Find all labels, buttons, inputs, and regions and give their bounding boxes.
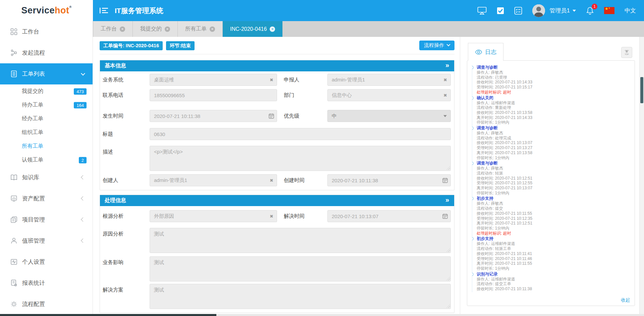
close-tab-icon[interactable]: ✕: [120, 26, 125, 32]
solution-textarea[interactable]: 测试: [150, 284, 451, 309]
form-row: 原因分析 测试: [103, 228, 451, 253]
log-line: 受理时间: 2020-07-21 10:13:27: [477, 145, 632, 150]
form-row: 创建人 ✖ 创建时间: [103, 174, 451, 186]
log-entry-title: 初步支持: [477, 196, 632, 201]
tab-log[interactable]: 日志: [468, 43, 503, 61]
sidebar-item-start-process[interactable]: 发起流程: [0, 42, 93, 63]
log-entry: 调查与诊断 操作人: 薛敏杰流程动作: 已受理接收时间: 2020-07-21 …: [472, 65, 632, 96]
sidebar-item-personal-settings[interactable]: 个人设置: [0, 251, 93, 272]
tab-workbench[interactable]: 工作台 ✕: [93, 21, 133, 37]
sidebar-subitem-organization[interactable]: 组织工单: [0, 126, 93, 139]
count-badge: 473: [74, 88, 87, 94]
collapse-section-icon[interactable]: »: [445, 196, 449, 204]
sidebar-item-process-config[interactable]: 流程配置: [0, 294, 93, 315]
cause-analysis-textarea[interactable]: 测试: [150, 228, 451, 253]
sidebar-toggle-icon[interactable]: [100, 7, 108, 14]
clear-icon[interactable]: ✖: [270, 78, 273, 82]
back-to-top-button[interactable]: TOP: [621, 47, 632, 58]
sidebar-subitem-todo[interactable]: 待办工单 164: [0, 98, 93, 112]
business-impact-textarea[interactable]: 测试: [150, 256, 451, 281]
sidebar-item-project-mgmt[interactable]: 项目管理: [0, 209, 93, 230]
chevron-expanded-icon: [81, 71, 85, 75]
grid-icon: [10, 28, 17, 35]
log-tab-label: 日志: [485, 48, 496, 56]
occur-time-input[interactable]: [150, 110, 277, 122]
log-entry: 调查与诊断 操作人: 薛敏杰流程动作: 转派接收时间: 2020-07-21 1…: [472, 161, 632, 196]
count-badge: 2: [79, 157, 87, 163]
log-line: 操作人: 运维邮件渠道: [477, 277, 632, 282]
timeline-dot-icon: [472, 197, 474, 200]
divider: [100, 54, 454, 54]
sidebar-item-report-stats[interactable]: 报表统计: [0, 272, 93, 294]
clear-icon[interactable]: ✖: [443, 93, 447, 98]
horizontal-scrollbar-thumb[interactable]: [0, 314, 216, 316]
timeline-dot-icon: [472, 162, 474, 165]
log-line: 流程动作: 提交工单: [477, 281, 632, 287]
sidebar-item-ticket-list[interactable]: 工单列表: [0, 63, 93, 84]
user-menu[interactable]: 管理员1: [550, 7, 576, 14]
phone-input[interactable]: [150, 89, 277, 101]
sidebar-item-knowledge[interactable]: 知识库: [0, 167, 93, 188]
tab-all-tickets[interactable]: 所有工单 ✕: [178, 21, 223, 37]
panel-divider: [460, 37, 460, 314]
notifications-button[interactable]: 1: [586, 6, 594, 15]
title-input[interactable]: [150, 128, 451, 140]
tab-my-submitted[interactable]: 我提交的 ✕: [133, 21, 178, 37]
china-flag-icon[interactable]: ★ ★: [604, 7, 614, 14]
reporter-input[interactable]: [327, 74, 451, 86]
log-line: 离开时间: 2020-07-21 10:14:33: [477, 115, 632, 120]
checkbox-checked-icon[interactable]: [497, 7, 504, 14]
log-line: 处理超时标识: 超时: [477, 231, 632, 236]
log-line: 离开时间: 2020-07-21 10:13:07: [477, 186, 632, 191]
book-icon: [10, 174, 17, 181]
sidebar-item-duty-mgmt[interactable]: 值班管理: [0, 230, 93, 251]
tab-ticket-inc-2020-0416[interactable]: INC-2020-0416 ✕: [223, 21, 283, 37]
log-entry: 初步支持 操作人: 薛敏杰流程动作: 提交接收时间: 2020-07-21 10…: [472, 196, 632, 236]
priority-select[interactable]: 中: [327, 110, 451, 122]
creator-input[interactable]: [150, 174, 277, 186]
sidebar-item-asset-config[interactable]: 资产配置: [0, 188, 93, 209]
clear-icon[interactable]: ✖: [443, 78, 447, 82]
log-line: 流程动作: 提交: [477, 206, 632, 211]
task-list-icon[interactable]: [514, 7, 522, 15]
sidebar-subitem-all-tickets[interactable]: 所有工单: [0, 139, 93, 153]
collapse-section-icon[interactable]: »: [445, 61, 449, 69]
ticket-form: 工单编号: INC-2020-0416 环节:结束 流程操作 基本信息 » 业务…: [100, 37, 454, 313]
clear-icon[interactable]: ✖: [270, 214, 273, 218]
log-line: 流程动作: 已受理: [477, 75, 632, 80]
clear-icon[interactable]: ✖: [270, 178, 273, 183]
root-cause-input[interactable]: [150, 210, 277, 222]
screen-share-icon[interactable]: [477, 7, 487, 15]
close-tab-icon[interactable]: ✕: [165, 26, 170, 32]
language-switcher[interactable]: 中文: [625, 7, 636, 14]
person-icon: [10, 237, 17, 244]
log-entry-title: 初步支持: [477, 236, 632, 241]
solve-time-input[interactable]: [327, 210, 451, 222]
log-line: 受理时间: 2020-07-21 10:11:46: [477, 256, 632, 261]
log-line: 操作人: 薛敏杰: [477, 131, 632, 136]
business-system-input[interactable]: [150, 74, 277, 86]
process-actions-label: 流程操作: [424, 42, 444, 49]
timeline-dot-icon: [472, 97, 474, 100]
sidebar-item-workbench[interactable]: 工作台: [0, 21, 93, 42]
sidebar-subitem-claim[interactable]: 认领工单 2: [0, 153, 93, 167]
collapse-log-link[interactable]: 收起: [621, 297, 630, 303]
calendar-icon[interactable]: [442, 213, 448, 219]
topbar-right: 管理员1 1 ★ ★ 中文: [477, 0, 636, 21]
sidebar-subitem-handled[interactable]: 经办工单: [0, 112, 93, 126]
department-input[interactable]: [327, 89, 451, 101]
process-actions-button[interactable]: 流程操作: [419, 41, 454, 50]
calendar-icon[interactable]: [269, 113, 274, 119]
close-tab-icon[interactable]: ✕: [270, 26, 275, 32]
field-label: 业务系统: [103, 76, 150, 83]
log-line: 受理时间: 2020-07-21 10:12:35: [477, 216, 632, 221]
create-time-input[interactable]: [327, 174, 451, 186]
basic-info-section: 基本信息 » 业务系统 ✖ 申报人 ✖ 联系电话: [100, 60, 454, 190]
calendar-icon[interactable]: [442, 178, 448, 183]
log-line: 操作人: 薛敏杰: [477, 201, 632, 206]
sidebar-subitem-my-submitted[interactable]: 我提交的 473: [0, 84, 93, 98]
close-tab-icon[interactable]: ✕: [210, 26, 215, 32]
avatar[interactable]: [532, 4, 545, 17]
description-textarea[interactable]: <p>测试</p>: [150, 146, 451, 171]
vertical-scrollbar-thumb[interactable]: [640, 77, 643, 103]
